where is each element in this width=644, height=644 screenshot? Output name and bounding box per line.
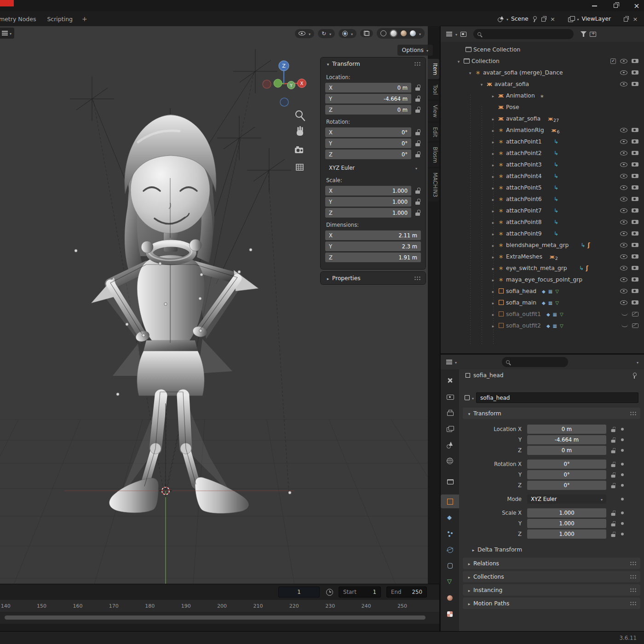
transform-panel-header[interactable]: Transform	[463, 408, 640, 419]
outliner-row[interactable]: attachPoint3	[441, 159, 644, 170]
hide-viewport-eye-icon[interactable]	[620, 174, 627, 178]
timeline-ruler[interactable]: 140150160170180190200210220230240250	[0, 600, 439, 612]
outliner-item-label[interactable]: attachPoint3	[506, 161, 542, 168]
lock-open-icon[interactable]	[611, 510, 616, 516]
animate-dot-icon[interactable]	[621, 463, 624, 466]
header-menu-chevron[interactable]	[637, 359, 638, 365]
disable-render-camera-icon[interactable]	[632, 208, 638, 213]
screen-disabled-icon[interactable]	[632, 312, 638, 316]
rotation-number-field[interactable]: Z 0°	[325, 150, 411, 159]
outliner-item-label[interactable]: avatar_sofia (merge)_Dance	[483, 69, 563, 76]
outliner-row[interactable]: eye_switch_meta_grp	[441, 262, 644, 274]
outliner-search-input[interactable]	[473, 29, 574, 39]
hide-viewport-eye-icon[interactable]	[620, 277, 627, 282]
location-number-field[interactable]: Z 0 m	[325, 105, 411, 115]
transform-panel-header[interactable]: Transform	[321, 58, 426, 70]
hide-viewport-eye-icon[interactable]	[620, 243, 627, 247]
collapse-arrow-icon[interactable]	[466, 560, 472, 567]
tab-tool[interactable]	[441, 374, 459, 387]
3d-viewport[interactable]: Y X Z	[0, 26, 439, 584]
tab-object-data[interactable]	[441, 575, 459, 589]
lock-open-icon[interactable]	[415, 199, 421, 205]
hide-viewport-eye-icon[interactable]	[620, 254, 627, 259]
chevron-down-icon[interactable]	[506, 16, 508, 22]
location-number-field[interactable]: X 0 m	[325, 83, 411, 92]
tab-constraints[interactable]	[441, 559, 459, 573]
outliner-row[interactable]: attachPoint8	[441, 216, 644, 228]
outliner-item-label[interactable]: sofia_main	[506, 299, 536, 306]
scale-number-field[interactable]: Y 1.000	[325, 197, 411, 207]
move-view-hand-icon[interactable]	[297, 126, 303, 136]
hide-viewport-eye-icon[interactable]	[620, 151, 627, 155]
hide-viewport-eye-icon[interactable]	[620, 220, 627, 224]
tab-render[interactable]	[441, 390, 459, 403]
outliner-row[interactable]: attachPoint4	[441, 170, 644, 182]
outliner-row[interactable]: sofia_head	[441, 285, 644, 297]
collapse-arrow-icon[interactable]	[325, 275, 331, 282]
panel-grip-icon[interactable]	[630, 575, 637, 579]
hide-viewport-eye-icon[interactable]	[620, 300, 627, 305]
outliner-row[interactable]: attachPoint7	[441, 205, 644, 216]
hide-viewport-eye-icon[interactable]	[620, 70, 627, 75]
disable-render-camera-icon[interactable]	[632, 185, 638, 190]
outliner-item-label[interactable]: ExtraMeshes	[506, 253, 542, 260]
disable-render-camera-icon[interactable]	[632, 139, 638, 144]
lock-open-icon[interactable]	[611, 426, 616, 432]
animate-dot-icon[interactable]	[621, 484, 624, 487]
clock-icon[interactable]	[326, 589, 333, 596]
outliner-row[interactable]: sofia_main	[441, 297, 644, 308]
collapse-arrow-icon[interactable]	[325, 61, 331, 67]
outliner-item-label[interactable]: avatar_sofia	[494, 81, 529, 87]
start-frame-field[interactable]: Start 1	[339, 586, 381, 598]
animate-dot-icon[interactable]	[621, 449, 624, 452]
remove-viewlayer-icon[interactable]	[632, 16, 638, 22]
outliner-row[interactable]: Collection	[441, 55, 644, 67]
hide-viewport-eye-icon[interactable]	[620, 139, 627, 144]
hide-viewport-eye-icon[interactable]	[620, 289, 627, 293]
pin-icon[interactable]	[631, 372, 638, 379]
disclosure-triangle-icon[interactable]	[478, 81, 485, 87]
outliner-item-label[interactable]: attachPoint7	[506, 207, 542, 214]
shading-wireframe-button[interactable]	[380, 30, 386, 36]
npanel-tab[interactable]: View	[428, 101, 439, 121]
tab-particles[interactable]	[441, 527, 459, 540]
hide-viewport-eye-icon[interactable]	[620, 208, 627, 213]
workspace-tab-scripting[interactable]: Scripting	[41, 13, 78, 25]
hide-viewport-eye-icon[interactable]	[620, 185, 627, 190]
minimize-button[interactable]	[591, 2, 598, 10]
chevron-down-icon[interactable]	[577, 16, 579, 22]
close-button[interactable]	[633, 2, 640, 10]
hide-viewport-eye-icon[interactable]	[620, 59, 627, 63]
outliner-item-label[interactable]: attachPoint8	[506, 219, 542, 225]
lock-open-icon[interactable]	[415, 129, 421, 135]
animate-dot-icon[interactable]	[621, 473, 624, 476]
panel-header[interactable]: Motion Paths	[463, 598, 640, 609]
outliner-row[interactable]: avatar_sofia 27	[441, 113, 644, 124]
npanel-tab[interactable]: MACHIN3	[428, 168, 439, 201]
outliner-row[interactable]: ExtraMeshes 2	[441, 251, 644, 262]
outliner-editor-icon[interactable]	[446, 34, 452, 34]
number-field[interactable]: 0 m	[527, 425, 606, 434]
animate-dot-icon[interactable]	[621, 438, 624, 441]
number-field[interactable]: 1.000	[527, 508, 606, 518]
tab-collection[interactable]	[441, 474, 459, 488]
gizmo-minus-x-ball[interactable]	[263, 80, 271, 88]
dimension-number-field[interactable]: Y 2.3 m	[325, 242, 421, 251]
npanel-tab[interactable]: Item	[428, 59, 439, 79]
lock-open-icon[interactable]	[415, 140, 421, 146]
options-dropdown[interactable]: Options	[397, 45, 433, 56]
pin-icon[interactable]	[531, 16, 538, 22]
outliner-item-label[interactable]: sofia_head	[506, 288, 536, 294]
outliner-row[interactable]: avatar_sofia (merge)_Dance	[441, 67, 644, 78]
outliner-item-label[interactable]: sofia_outfit1	[506, 311, 541, 317]
panel-header[interactable]: Instancing	[463, 584, 640, 596]
outliner-item-label[interactable]: attachPoint9	[506, 230, 542, 237]
gizmos-dropdown[interactable]	[318, 29, 335, 38]
number-field[interactable]: XYZ Euler	[527, 494, 606, 504]
lock-open-icon[interactable]	[611, 437, 616, 443]
new-scene-icon[interactable]	[540, 16, 547, 22]
outliner-item-label[interactable]: maya_eye_focus_point_grp	[506, 276, 582, 283]
collapse-arrow-icon[interactable]	[466, 410, 472, 417]
disable-render-camera-icon[interactable]	[632, 82, 638, 86]
outliner-row[interactable]: blendshape_meta_grp	[441, 239, 644, 251]
